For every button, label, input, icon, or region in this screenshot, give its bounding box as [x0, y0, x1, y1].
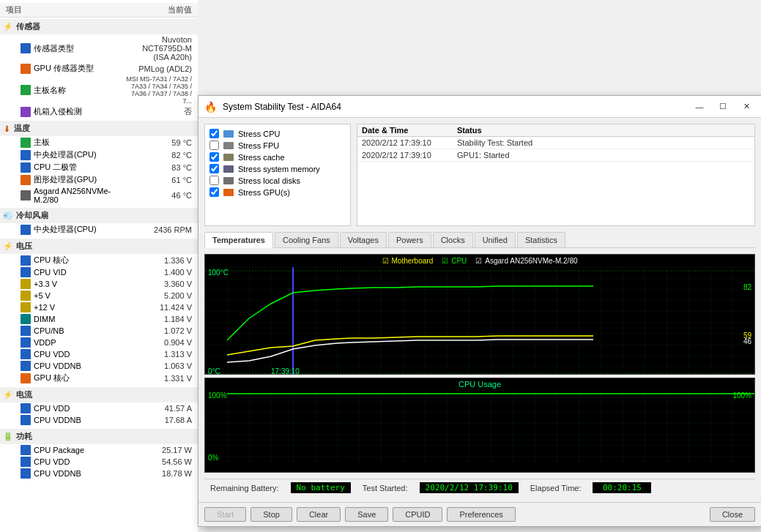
log-status-0: Stability Test: Started — [457, 138, 750, 147]
section-voltage: ⚡ 电压 — [0, 239, 198, 254]
sensor-type-row: 传感器类型 Nuvoton NCT6795D-M (ISA A20h) — [0, 34, 198, 62]
stop-button[interactable]: Stop — [250, 507, 292, 522]
window-body: Stress CPU Stress FPU Stress cache Stres… — [198, 118, 761, 502]
fan-cpu: 中央处理器(CPU) 2436 RPM — [0, 223, 198, 236]
stress-cache-checkbox[interactable] — [209, 152, 219, 162]
temp-val-82: 82 — [743, 283, 751, 291]
tab-temperatures[interactable]: Temperatures — [204, 232, 273, 248]
cpu-chart-content: 100% 0% 100% — [205, 390, 754, 463]
battery-value: No battery — [291, 482, 351, 493]
stress-cpu-option[interactable]: Stress CPU — [209, 129, 346, 138]
mb-name-row: 主板名称 MSI MS-7A31 / 7A32 / 7A33 / 7A34 / … — [0, 75, 198, 105]
stress-fpu-checkbox[interactable] — [209, 141, 219, 150]
temp-cpu-diode: CPU 二极管 83 °C — [0, 161, 198, 173]
hardware-panel: 项目 当前值 ⚡ 传感器 传感器类型 Nuvoton NCT6795D-M (I… — [0, 0, 198, 532]
gpu-sensor-row: GPU 传感器类型 PMLog (ADL2) — [0, 62, 198, 75]
log-datetime-0: 2020/2/12 17:39:10 — [362, 138, 457, 147]
elapsed-value: 00:20:15 — [593, 482, 651, 493]
volt-cpu-vdd: CPU VDD 1.313 V — [0, 348, 198, 360]
stress-fpu-label: Stress FPU — [238, 141, 279, 150]
volt-12: +12 V 11.424 V — [0, 301, 198, 313]
tab-clocks[interactable]: Clocks — [433, 232, 473, 247]
power-icon: 🔋 — [3, 432, 13, 441]
log-datetime-1: 2020/2/12 17:39:10 — [362, 151, 457, 160]
stress-gpu-label: Stress GPU(s) — [238, 188, 290, 197]
svg-rect-4 — [205, 390, 754, 463]
minimize-button[interactable]: — — [691, 100, 708, 114]
cpu-chart-title: CPU Usage — [205, 378, 754, 390]
legend-mb-check: ☑ — [382, 257, 389, 265]
gpu-option-icon — [223, 189, 234, 196]
legend-asgard-check: ☑ — [475, 257, 482, 265]
volt-gpu-core: GPU 核心 1.331 V — [0, 372, 198, 384]
volt-cpu-core: CPU 核心 1.336 V — [0, 254, 198, 266]
test-started-value: 2020/2/12 17:39:10 — [420, 482, 519, 493]
cpu-right-label: 100% — [732, 391, 751, 400]
preferences-button[interactable]: Preferences — [447, 507, 515, 522]
close-window-button[interactable]: ✕ — [738, 100, 755, 114]
stress-gpu-checkbox[interactable] — [209, 187, 219, 197]
tab-cooling-fans[interactable]: Cooling Fans — [275, 232, 338, 247]
tab-unified[interactable]: Unified — [475, 232, 516, 247]
stress-options-panel: Stress CPU Stress FPU Stress cache Stres… — [204, 124, 351, 226]
intrusion-row: 机箱入侵检测 否 — [0, 105, 198, 118]
close-button[interactable]: Close — [710, 507, 755, 522]
spacer — [520, 507, 705, 522]
test-started-label: Test Started: — [363, 484, 408, 492]
log-header: Date & Time Status — [357, 124, 754, 137]
clear-button[interactable]: Clear — [297, 507, 341, 522]
stress-mem-label: Stress system memory — [238, 165, 320, 173]
tab-statistics[interactable]: Statistics — [517, 232, 565, 247]
cpuid-button[interactable]: CPUID — [393, 507, 442, 522]
col-item: 项目 — [6, 4, 126, 15]
section-cooling: 💨 冷却风扇 — [0, 208, 198, 223]
status-bar: Remaining Battery: No battery Test Start… — [204, 479, 755, 496]
svg-rect-0 — [205, 267, 754, 375]
log-col-datetime: Date & Time — [362, 126, 457, 135]
power-cpu-pkg: CPU Package 25.17 W — [0, 444, 198, 456]
cpu-usage-chart: CPU Usage 100% 0% 100% — [204, 378, 755, 473]
volt-dimm: DIMM 1.184 V — [0, 313, 198, 325]
titlebar: 🔥 System Stability Test - AIDA64 — ☐ ✕ — [198, 96, 761, 118]
tab-voltages[interactable]: Voltages — [340, 232, 387, 247]
stress-cpu-label: Stress CPU — [238, 130, 280, 138]
cpu-option-icon — [223, 130, 234, 138]
legend-motherboard: ☑ Motherboard — [382, 257, 434, 265]
sensor-type-icon — [21, 43, 31, 53]
log-row-0: 2020/2/12 17:39:10 Stability Test: Start… — [357, 137, 754, 149]
curr-cpu-vddnb: CPU VDDNB 17.68 A — [0, 414, 198, 426]
fpu-option-icon — [223, 142, 234, 149]
section-temperature: 🌡 温度 — [0, 121, 198, 136]
section-power: 🔋 功耗 — [0, 429, 198, 444]
volt-cpu-vid: CPU VID 1.400 V — [0, 266, 198, 278]
curr-cpu-vdd: CPU VDD 41.57 A — [0, 402, 198, 414]
stress-fpu-option[interactable]: Stress FPU — [209, 141, 346, 150]
chart-legend: ☑ Motherboard ☑ CPU ☑ Asgard AN256NVMe-M… — [205, 255, 754, 267]
sensor-icon: ⚡ — [3, 22, 13, 31]
stress-mem-option[interactable]: Stress system memory — [209, 164, 346, 173]
mb-name-icon — [21, 85, 31, 95]
start-button[interactable]: Start — [204, 507, 246, 522]
section-sensors: ⚡ 传感器 — [0, 19, 198, 34]
stress-cache-option[interactable]: Stress cache — [209, 152, 346, 162]
temp-chart-svg — [205, 267, 754, 375]
battery-label: Remaining Battery: — [210, 484, 279, 492]
tab-powers[interactable]: Powers — [388, 232, 431, 247]
save-button[interactable]: Save — [345, 507, 388, 522]
stress-gpu-option[interactable]: Stress GPU(s) — [209, 187, 346, 197]
intrusion-icon — [21, 107, 31, 117]
stress-mem-checkbox[interactable] — [209, 164, 219, 173]
top-section: Stress CPU Stress FPU Stress cache Stres… — [204, 124, 755, 226]
volt-5: +5 V 5.200 V — [0, 290, 198, 301]
tabs-bar: Temperatures Cooling Fans Voltages Power… — [204, 232, 755, 248]
mem-option-icon — [223, 165, 234, 173]
stress-disk-checkbox[interactable] — [209, 176, 219, 185]
legend-cpu: ☑ CPU — [442, 257, 467, 265]
stress-cpu-checkbox[interactable] — [209, 129, 219, 138]
temp-y-bottom: 0°C — [208, 367, 220, 375]
volt-icon: ⚡ — [3, 241, 13, 251]
legend-cpu-check: ☑ — [442, 257, 448, 265]
maximize-button[interactable]: ☐ — [714, 100, 732, 114]
temp-cpu: 中央处理器(CPU) 82 °C — [0, 149, 198, 161]
stress-disk-option[interactable]: Stress local disks — [209, 176, 346, 185]
